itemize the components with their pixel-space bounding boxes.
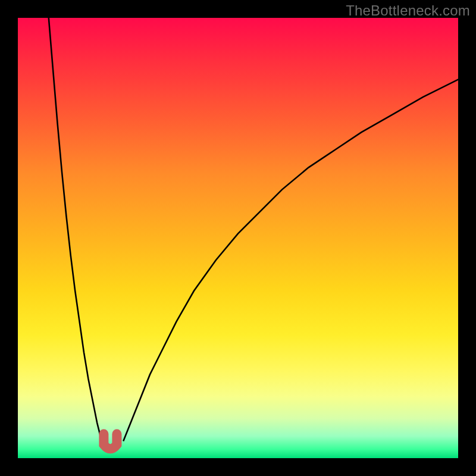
curve-right-branch (124, 80, 458, 441)
plot-area (18, 18, 458, 458)
bottleneck-curve (18, 18, 458, 458)
watermark-text: TheBottleneck.com (346, 2, 470, 19)
chart-frame: TheBottleneck.com (0, 0, 476, 476)
minimum-u-marker (104, 434, 117, 449)
curve-left-branch (49, 18, 102, 440)
